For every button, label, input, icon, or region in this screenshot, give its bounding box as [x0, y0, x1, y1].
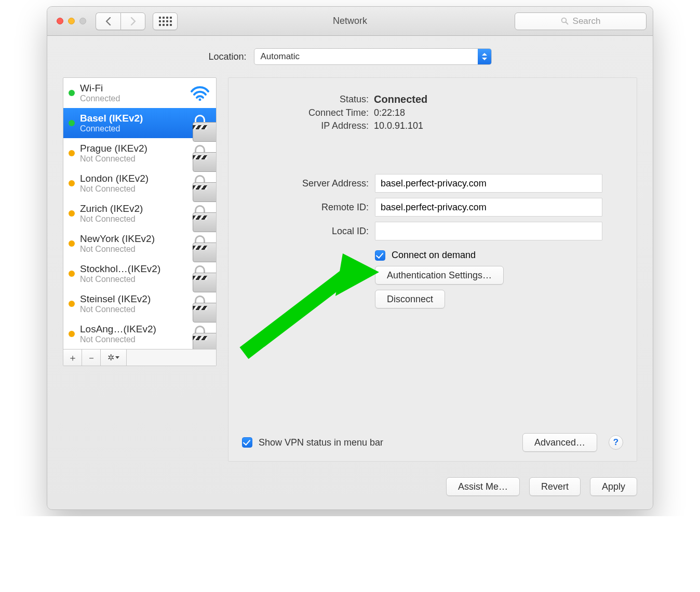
status-value: Connected: [374, 93, 427, 105]
plus-icon: ＋: [68, 352, 77, 364]
status-dot-icon: [69, 210, 75, 217]
server-address-input[interactable]: [375, 174, 602, 193]
revert-button[interactable]: Revert: [529, 477, 581, 496]
service-text: LosAng…(IKEv2)Not Connected: [80, 324, 184, 344]
status-dot-icon: [69, 240, 75, 247]
remote-id-row: Remote ID:: [244, 198, 621, 217]
local-id-input[interactable]: [375, 222, 602, 240]
detail-pane: Status:Connected Connect Time:0:22:18 IP…: [228, 77, 637, 462]
connect-time-value: 0:22:18: [374, 107, 405, 118]
service-text: Steinsel (IKEv2)Not Connected: [80, 293, 184, 314]
service-name: Basel (IKEv2): [80, 113, 184, 124]
service-item[interactable]: London (IKEv2)Not Connected: [63, 168, 216, 198]
service-name: Wi-Fi: [80, 83, 184, 94]
minus-icon: －: [87, 352, 96, 364]
forward-button[interactable]: [120, 12, 145, 30]
remove-service-button[interactable]: －: [82, 349, 101, 366]
service-item[interactable]: Zurich (IKEv2)Not Connected: [63, 198, 216, 228]
service-status: Not Connected: [80, 335, 184, 344]
service-text: Wi-FiConnected: [80, 83, 184, 103]
minimize-window-button[interactable]: [68, 18, 75, 24]
server-address-row: Server Address:: [244, 174, 621, 193]
status-dot-icon: [69, 150, 75, 156]
service-item[interactable]: NewYork (IKEv2)Not Connected: [63, 228, 216, 259]
remote-id-input[interactable]: [375, 198, 602, 217]
service-status: Not Connected: [80, 275, 184, 284]
connect-on-demand-checkbox[interactable]: [375, 250, 385, 261]
vpn-lock-icon: [189, 172, 211, 194]
ip-address-label: IP Address:: [244, 120, 369, 131]
service-name: Stockhol…(IKEv2): [80, 263, 184, 275]
close-window-button[interactable]: [57, 18, 63, 24]
service-name: Steinsel (IKEv2): [80, 293, 184, 305]
footer: Assist Me… Revert Apply: [47, 477, 653, 509]
svg-line-1: [566, 22, 568, 24]
disconnect-row: Disconnect: [244, 290, 621, 308]
status-dot-icon: [69, 180, 75, 186]
service-text: NewYork (IKEv2)Not Connected: [80, 233, 184, 254]
service-actions-button[interactable]: ✲: [101, 349, 127, 366]
status-dot-icon: [69, 90, 75, 96]
vpn-lock-icon: [189, 263, 211, 285]
service-status: Not Connected: [80, 245, 184, 254]
location-row: Location: Automatic: [47, 36, 653, 74]
add-service-button[interactable]: ＋: [63, 349, 82, 366]
service-status: Connected: [80, 124, 184, 133]
auth-settings-row: Authentication Settings…: [244, 266, 621, 285]
assist-me-button[interactable]: Assist Me…: [446, 477, 520, 496]
status-dot-icon: [69, 271, 75, 277]
connect-on-demand-label: Connect on demand: [392, 250, 476, 261]
show-vpn-status-checkbox[interactable]: [242, 437, 252, 448]
service-status: Not Connected: [80, 214, 184, 224]
vpn-lock-icon: [189, 293, 211, 315]
zoom-window-button[interactable]: [79, 18, 86, 24]
location-label: Location:: [208, 51, 246, 62]
service-text: Stockhol…(IKEv2)Not Connected: [80, 263, 184, 284]
server-address-label: Server Address:: [244, 178, 369, 189]
disconnect-button[interactable]: Disconnect: [375, 290, 445, 308]
service-item[interactable]: Prague (IKEv2)Not Connected: [63, 138, 216, 168]
ip-address-value: 10.0.91.101: [374, 120, 423, 131]
local-id-row: Local ID:: [244, 222, 621, 240]
body: Wi-FiConnectedBasel (IKEv2)ConnectedPrag…: [47, 74, 653, 477]
service-item[interactable]: Stockhol…(IKEv2)Not Connected: [63, 259, 216, 289]
local-id-label: Local ID:: [244, 226, 369, 237]
service-name: Prague (IKEv2): [80, 143, 184, 154]
service-text: Basel (IKEv2)Connected: [80, 113, 184, 133]
status-dot-icon: [69, 301, 75, 307]
status-block: Status:Connected Connect Time:0:22:18 IP…: [244, 93, 621, 131]
service-text: Prague (IKEv2)Not Connected: [80, 143, 184, 164]
sidebar-tools: ＋ － ✲: [63, 349, 216, 366]
show-all-button[interactable]: [153, 12, 178, 30]
advanced-button[interactable]: Advanced…: [522, 433, 597, 452]
search-field[interactable]: Search: [515, 12, 647, 30]
service-sidebar: Wi-FiConnectedBasel (IKEv2)ConnectedPrag…: [63, 77, 217, 366]
chevron-left-icon: [105, 17, 112, 25]
vpn-lock-icon: [189, 112, 211, 134]
show-vpn-status-label: Show VPN status in menu bar: [259, 437, 383, 448]
back-button[interactable]: [96, 12, 120, 30]
chevron-right-icon: [130, 17, 136, 25]
connect-on-demand-row: Connect on demand: [244, 250, 621, 261]
service-text: London (IKEv2)Not Connected: [80, 173, 184, 194]
location-value: Automatic: [261, 51, 300, 62]
remote-id-label: Remote ID:: [244, 202, 369, 213]
svg-point-2: [199, 99, 201, 101]
vpn-lock-icon: [189, 142, 211, 164]
wifi-icon: [189, 82, 211, 104]
service-list[interactable]: Wi-FiConnectedBasel (IKEv2)ConnectedPrag…: [63, 78, 216, 349]
detail-bottom-row: Show VPN status in menu bar Advanced… ?: [242, 433, 623, 452]
chevron-down-icon: [115, 356, 119, 359]
location-select[interactable]: Automatic: [254, 48, 492, 65]
authentication-settings-button[interactable]: Authentication Settings…: [375, 266, 504, 285]
service-item[interactable]: LosAng…(IKEv2)Not Connected: [63, 319, 216, 349]
service-item[interactable]: Steinsel (IKEv2)Not Connected: [63, 289, 216, 319]
service-status: Not Connected: [80, 184, 184, 194]
apply-button[interactable]: Apply: [590, 477, 637, 496]
service-item[interactable]: Basel (IKEv2)Connected: [63, 108, 216, 138]
vpn-lock-icon: [189, 323, 211, 345]
service-name: London (IKEv2): [80, 173, 184, 184]
help-button[interactable]: ?: [609, 435, 623, 450]
service-item[interactable]: Wi-FiConnected: [63, 78, 216, 108]
status-dot-icon: [69, 331, 75, 337]
